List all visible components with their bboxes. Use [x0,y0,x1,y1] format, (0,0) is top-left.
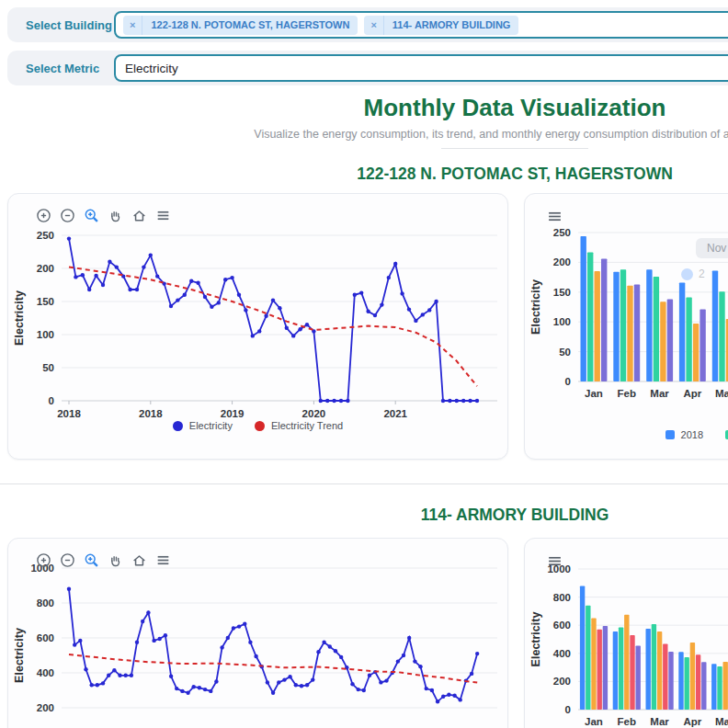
data-point[interactable] [384,678,388,682]
data-point[interactable] [448,399,451,403]
bar[interactable] [678,652,683,710]
data-point[interactable] [196,281,199,285]
data-point[interactable] [421,313,425,316]
bar[interactable] [630,635,634,710]
data-point[interactable] [135,641,139,644]
box-zoom-icon[interactable] [84,552,99,568]
data-point[interactable] [350,682,354,686]
bar[interactable] [646,629,651,710]
data-point[interactable] [67,236,71,240]
data-point[interactable] [282,677,286,681]
bar[interactable] [601,259,607,382]
data-point[interactable] [78,639,82,643]
data-point[interactable] [430,688,434,692]
data-point[interactable] [189,279,193,283]
zoom-in-icon[interactable] [36,552,51,568]
bar[interactable] [627,286,632,381]
data-point[interactable] [414,319,417,323]
bar[interactable] [620,269,626,381]
bar[interactable] [654,277,659,381]
data-point[interactable] [73,643,76,646]
data-point[interactable] [220,645,223,649]
data-point[interactable] [434,300,438,303]
data-point[interactable] [67,587,71,591]
data-point[interactable] [176,298,179,301]
data-point[interactable] [332,399,336,403]
data-point[interactable] [237,624,241,628]
bar[interactable] [603,626,608,710]
data-point[interactable] [459,698,462,701]
pan-icon[interactable] [108,208,123,223]
data-point[interactable] [393,262,397,266]
data-point[interactable] [359,290,363,294]
data-point[interactable] [230,276,233,279]
home-icon[interactable] [131,208,147,223]
data-point[interactable] [112,668,116,672]
data-point[interactable] [278,306,281,310]
bar[interactable] [668,652,673,710]
data-point[interactable] [300,684,303,688]
data-point[interactable] [101,681,105,685]
bar[interactable] [613,631,618,710]
data-point[interactable] [149,253,153,256]
bar[interactable] [619,628,623,711]
data-point[interactable] [402,654,405,657]
bar[interactable] [581,236,586,381]
data-point[interactable] [237,293,241,297]
data-point[interactable] [108,260,111,264]
bar[interactable] [652,624,656,710]
bar[interactable] [679,282,685,381]
bar[interactable] [723,662,728,710]
data-point[interactable] [248,641,252,644]
data-point[interactable] [243,622,246,626]
bar[interactable] [613,272,619,381]
menu-icon[interactable] [547,553,563,569]
data-point[interactable] [380,302,383,306]
bar[interactable] [667,300,673,381]
data-point[interactable] [366,310,370,313]
bar[interactable] [685,657,689,710]
bar[interactable] [624,615,629,710]
data-point[interactable] [346,399,349,403]
pan-icon[interactable] [108,552,123,568]
data-point[interactable] [328,644,332,648]
data-point[interactable] [118,674,121,677]
data-point[interactable] [244,308,247,312]
data-point[interactable] [288,675,291,678]
data-point[interactable] [142,265,145,268]
remove-building-icon[interactable]: × [123,16,142,35]
data-point[interactable] [169,304,173,308]
data-point[interactable] [319,399,323,403]
data-point[interactable] [400,291,404,295]
data-point[interactable] [115,265,119,268]
data-point[interactable] [427,308,431,312]
data-point[interactable] [226,636,230,640]
data-point[interactable] [455,399,459,403]
bar[interactable] [711,664,716,710]
menu-icon[interactable] [155,208,171,223]
data-point[interactable] [316,650,320,654]
data-point[interactable] [90,683,94,687]
data-point[interactable] [198,686,201,689]
data-point[interactable] [475,652,479,655]
data-point[interactable] [81,273,85,277]
data-point[interactable] [322,641,325,644]
data-point[interactable] [475,399,479,403]
data-point[interactable] [353,293,357,297]
metric-select[interactable]: Electricity [114,54,728,82]
data-point[interactable] [223,278,227,281]
data-point[interactable] [311,677,314,681]
legend-item[interactable]: Electricity Trend [255,420,343,431]
zoom-in-icon[interactable] [36,208,51,223]
zoom-out-icon[interactable] [60,552,75,568]
data-point[interactable] [74,275,77,279]
data-point[interactable] [291,334,295,337]
data-point[interactable] [203,295,207,299]
data-point[interactable] [387,276,391,279]
data-point[interactable] [254,654,257,658]
data-point[interactable] [101,283,105,287]
data-point[interactable] [135,288,139,291]
data-point[interactable] [357,688,360,691]
data-point[interactable] [84,667,87,671]
data-point[interactable] [470,672,473,676]
